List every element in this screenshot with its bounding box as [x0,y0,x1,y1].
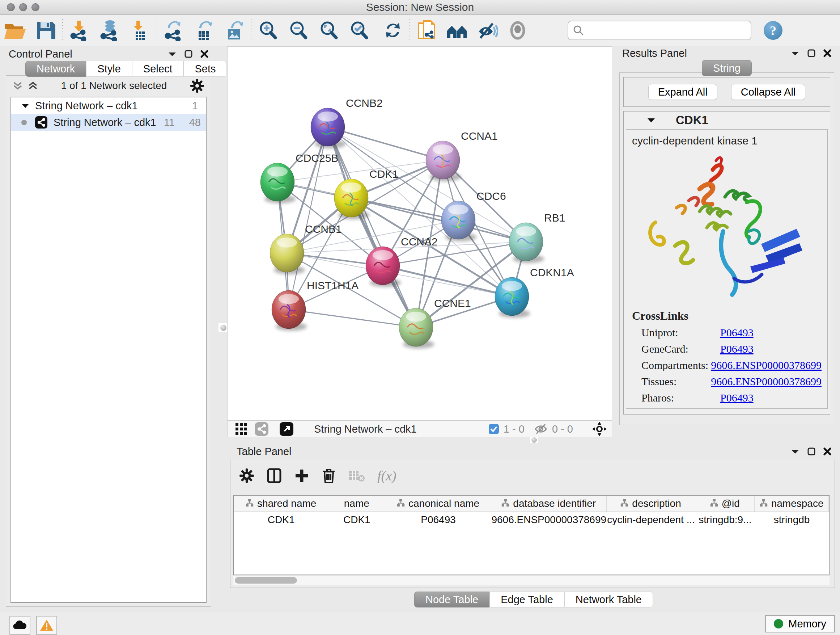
show-graphics-details-button[interactable] [502,18,533,43]
panel-float-icon[interactable] [807,448,815,455]
tab-sets[interactable]: Sets [183,61,227,77]
column-header-canonicalname[interactable]: canonical name [385,496,491,511]
open-session-button[interactable] [0,18,30,43]
tab-node-table[interactable]: Node Table [414,592,489,608]
column-header-namespace[interactable]: namespace [755,496,829,511]
network-collection-row[interactable]: String Network – cdk1 1 [11,97,206,114]
panel-float-icon[interactable] [807,49,815,57]
network-node-rb1[interactable]: RB1 [509,212,565,263]
center-view-crosshair-icon[interactable] [592,422,607,436]
tab-select[interactable]: Select [132,61,184,77]
table-cell[interactable]: stringdb [755,512,829,528]
network-canvas[interactable]: CCNB2CCNA1CDC25BCDK1CDC6RB1CCNB1CCNA2CDK… [227,46,612,421]
tab-network-table[interactable]: Network Table [564,592,653,608]
tab-edge-table[interactable]: Edge Table [489,592,564,608]
export-table-button[interactable] [189,18,219,43]
column-header-databaseidentifier[interactable]: database identifier [491,496,607,511]
show-columns-icon[interactable] [267,468,282,484]
expand-all-networks-icon[interactable] [28,80,38,91]
import-table-file-button[interactable] [125,18,155,43]
create-column-icon[interactable] [294,468,309,483]
network-row[interactable]: String Network – cdk1 11 48 [11,114,206,131]
column-header-id[interactable]: @id [695,496,755,511]
left-splitter-handle[interactable] [218,323,228,333]
crosslink-value-link[interactable]: 9606.ENSP00000378699 [711,375,821,388]
crosslink-value-link[interactable]: P06493 [720,392,753,404]
table-cell[interactable]: cyclin-dependent ... [607,512,696,528]
import-network-file-button[interactable] [64,18,95,43]
memory-button[interactable]: Memory [765,615,835,632]
export-network-button[interactable] [158,18,189,43]
node-label: CDC25B [295,152,338,164]
clone-network-button[interactable] [411,18,442,43]
expand-all-button[interactable]: Expand All [648,84,717,100]
table-cell[interactable]: CDK1 [328,512,385,528]
apply-layout-button[interactable] [378,18,408,43]
table-row[interactable]: CDK1CDK1P064939606.ENSP00000378699cyclin… [234,512,829,528]
birdseye-grid-icon[interactable] [235,423,248,435]
crosslink-value-link[interactable]: 9606.ENSP00000378699 [711,359,821,371]
import-network-database-button[interactable] [95,18,125,43]
search-input[interactable] [588,24,746,36]
warning-status-button[interactable] [36,616,57,635]
crosslink-label: Uniprot: [641,326,720,339]
network-edge[interactable] [289,310,416,327]
selected-checkbox-icon[interactable] [488,424,499,434]
save-session-button[interactable] [30,18,61,43]
panel-collapse-icon[interactable] [168,51,177,57]
table-cell[interactable]: stringdb:9... [695,512,755,528]
network-node-cdkn1a[interactable]: CDKN1A [495,266,574,318]
zoom-in-button[interactable] [253,18,283,43]
network-options-gear-icon[interactable] [190,79,204,93]
help-button[interactable]: ? [764,21,783,40]
hidden-eye-icon[interactable] [534,423,548,435]
table-cell[interactable]: CDK1 [234,512,328,528]
collapse-all-networks-icon[interactable] [13,80,23,91]
column-header-sharedname[interactable]: shared name [234,496,328,511]
table-options-gear-icon[interactable] [239,468,254,483]
network-edge[interactable] [351,198,526,242]
column-header-description[interactable]: description [607,496,696,511]
zoom-out-button[interactable] [283,18,314,43]
column-namespace-icon [397,498,405,509]
cloud-status-button[interactable] [9,616,30,635]
export-image-button[interactable] [219,18,249,43]
panel-close-icon[interactable] [823,448,831,455]
crosslink-row: Tissues:9606.ENSP00000378699 [641,375,821,388]
network-node-cdc25b[interactable]: CDC25B [261,152,338,203]
tab-string[interactable]: String [702,60,752,76]
open-in-browser-icon[interactable] [279,422,294,436]
hide-graphics-details-button[interactable] [472,18,502,43]
panel-close-icon[interactable] [201,50,208,58]
table-horizontal-scrollbar[interactable] [233,575,829,585]
scrollbar-thumb[interactable] [235,577,297,584]
column-header-name[interactable]: name [328,496,385,511]
panel-collapse-icon[interactable] [791,448,799,454]
zoom-fit-button[interactable] [314,18,344,43]
network-node-ccnb1[interactable]: CCNB1 [270,223,342,274]
function-builder-icon-disabled: f(x) [377,468,396,484]
crosslink-value-link[interactable]: P06493 [720,343,753,355]
table-cell[interactable]: P06493 [385,512,491,528]
zoom-selected-button[interactable] [344,18,374,43]
tab-network[interactable]: Network [25,61,86,77]
column-header-label: name [344,498,369,509]
tree-expander-icon[interactable] [21,103,29,109]
network-node-ccne1[interactable]: CCNE1 [399,297,471,348]
panel-collapse-icon[interactable] [791,50,799,56]
panel-close-icon[interactable] [823,49,831,57]
network-node-hist1h1a[interactable]: HIST1H1A [272,279,358,331]
separator [274,423,274,435]
panel-float-icon[interactable] [185,50,193,58]
bottom-splitter-handle[interactable] [530,437,538,443]
network-node-ccna1[interactable]: CCNA1 [426,130,498,181]
network-overview-button[interactable] [442,18,472,43]
network-edge[interactable] [383,266,512,296]
collapse-all-button[interactable]: Collapse All [731,84,806,100]
crosslink-value-link[interactable]: P06493 [720,326,753,339]
table-cell[interactable]: 9606.ENSP00000378699 [491,512,607,528]
section-expander-icon[interactable] [647,117,655,123]
string-tab-icon[interactable] [254,422,269,436]
tab-style[interactable]: Style [86,61,132,77]
delete-column-icon[interactable] [322,467,336,484]
